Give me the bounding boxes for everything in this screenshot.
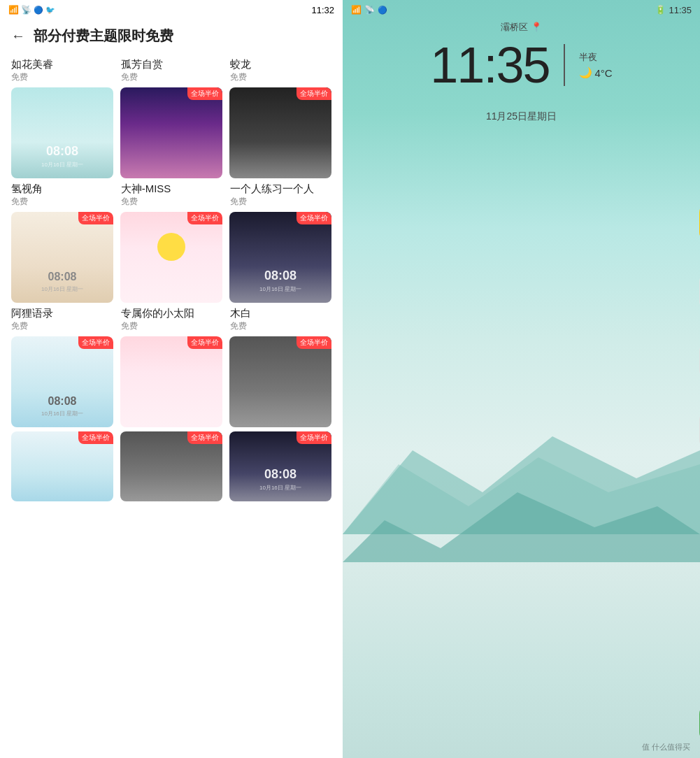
theme-section: 如花美睿 免费 孤芳自赏 免费 蛟龙 免费 08:08 10月16日 星期一 全… <box>0 52 343 758</box>
theme-card-7[interactable]: 全场半价 08:08 10月16日 星期一 <box>11 336 113 427</box>
status-icons-left: 📶 📡 🔵 🐦 <box>8 5 55 15</box>
clock-date: 11月25日星期日 <box>343 110 700 123</box>
clock-area: 11:35 半夜 🌙 4°C <box>343 36 700 94</box>
watermark: 值 什么值得买 <box>642 742 690 752</box>
theme-grid-row-4: 全场半价 全场半价 全场半价 08:08 10月16日 星期一 <box>11 431 331 501</box>
status-bar-left: 📶 📡 🔵 🐦 11:32 <box>0 0 343 20</box>
theme-card-6[interactable]: 全场半价 08:08 10月16日 星期一 <box>229 212 331 303</box>
theme-card-3[interactable]: 全场半价 <box>229 87 331 178</box>
theme-label-2: 孤芳自赏 免费 <box>121 58 222 83</box>
theme-label-3: 蛟龙 免费 <box>230 58 331 83</box>
clock-ampm: 半夜 <box>579 51 597 64</box>
signal-icon-right: 📡 <box>364 5 375 15</box>
twitter-icon: 🐦 <box>45 6 55 15</box>
theme-grid-row-3: 全场半价 08:08 10月16日 星期一 全场半价 全场半价 <box>11 336 331 427</box>
theme-label-1: 如花美睿 免费 <box>11 58 113 83</box>
header-left: ← 部分付费主题限时免费 <box>0 20 343 52</box>
theme-card-8[interactable]: 全场半价 <box>120 336 222 427</box>
theme-row-3-labels: 阿狸语录 免费 专属你的小太阳 免费 木白 免费 <box>11 307 331 332</box>
right-panel: 📶 📡 🔵 🔋 11:35 灞桥区 📍 11:35 半夜 🌙 4°C 11月25… <box>343 0 700 758</box>
theme-label-9: 木白 免费 <box>230 307 331 332</box>
theme-card-11[interactable]: 全场半价 <box>120 431 222 501</box>
clock-right-info: 半夜 🌙 4°C <box>579 51 613 79</box>
location-text: 灞桥区 📍 <box>501 22 542 32</box>
theme-card-12[interactable]: 全场半价 08:08 10月16日 星期一 <box>229 431 331 501</box>
bt-icon: 🔵 <box>34 6 43 15</box>
theme-grid-row-1: 08:08 10月16日 星期一 全场半价 全场半价 <box>11 87 331 178</box>
weather-icon: 🌙 <box>579 66 592 79</box>
theme-card-9[interactable]: 全场半价 <box>229 336 331 427</box>
back-button[interactable]: ← <box>11 28 25 44</box>
theme-row-1-labels: 如花美睿 免费 孤芳自赏 免费 蛟龙 免费 <box>11 58 331 83</box>
status-time-left: 11:32 <box>311 5 334 15</box>
clock-divider <box>564 44 565 86</box>
theme-row-2-labels: 氢视角 免费 大神-MISS 免费 一个人练习一个人 免费 <box>11 183 331 208</box>
page-title: 部分付费主题限时免费 <box>34 27 173 45</box>
svg-marker-2 <box>343 492 700 562</box>
clock-time: 11:35 <box>430 36 549 94</box>
theme-label-8: 专属你的小太阳 免费 <box>121 307 222 332</box>
status-time-right: 11:35 <box>669 5 692 15</box>
sun-decoration <box>157 233 185 261</box>
clock-weather: 🌙 4°C <box>579 66 613 79</box>
theme-card-10[interactable]: 全场半价 <box>11 431 113 501</box>
left-panel: 📶 📡 🔵 🐦 11:32 ← 部分付费主题限时免费 如花美睿 免费 孤芳自赏 … <box>0 0 343 758</box>
bt-icon-right: 🔵 <box>378 6 387 15</box>
signal-icon: 📶 <box>8 5 19 15</box>
status-bar-right: 📶 📡 🔵 🔋 11:35 <box>343 0 700 20</box>
theme-grid-row-2: 全场半价 08:08 10月16日 星期一 全场半价 全场半价 08:08 10… <box>11 212 331 303</box>
temperature: 4°C <box>595 67 613 79</box>
location-bar: 灞桥区 📍 <box>343 21 700 34</box>
theme-card-1[interactable]: 08:08 10月16日 星期一 <box>11 87 113 178</box>
theme-card-2[interactable]: 全场半价 <box>120 87 222 178</box>
theme-card-5[interactable]: 全场半价 <box>120 212 222 303</box>
mountain-front <box>343 436 700 562</box>
theme-label-4: 氢视角 免费 <box>11 183 113 208</box>
wifi-icon: 📡 <box>21 5 31 15</box>
status-icons-right: 📶 📡 🔵 <box>351 5 387 15</box>
wifi-icon-right: 📶 <box>351 5 362 15</box>
theme-card-4[interactable]: 全场半价 08:08 10月16日 星期一 <box>11 212 113 303</box>
theme-label-6: 一个人练习一个人 免费 <box>230 183 331 208</box>
battery-icon-right: 🔋 11:35 <box>655 5 692 15</box>
theme-label-5: 大神-MISS 免费 <box>121 183 222 208</box>
theme-label-7: 阿狸语录 免费 <box>11 307 113 332</box>
